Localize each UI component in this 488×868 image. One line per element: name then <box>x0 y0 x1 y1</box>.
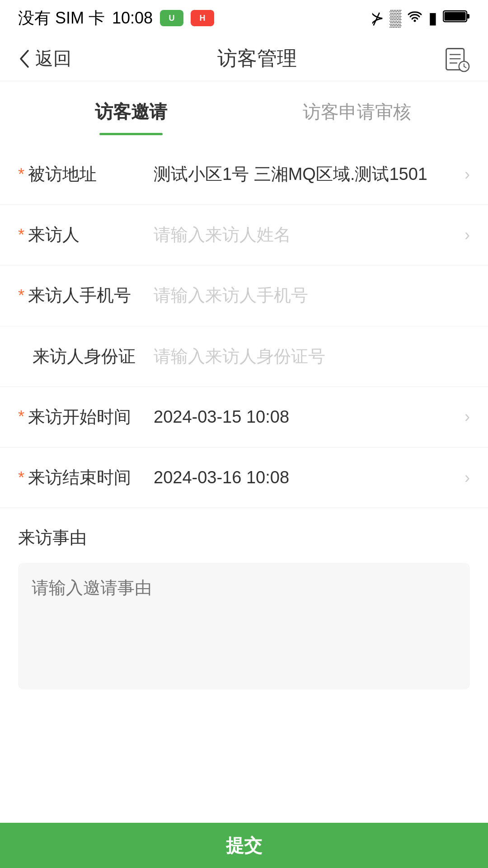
page-header: 返回 访客管理 <box>0 36 488 81</box>
reason-label: 来访事由 <box>18 526 470 549</box>
visitor-form: * 被访地址 测试小区1号 三湘MQ区域.测试1501 › * 来访人 请输入来… <box>0 144 488 700</box>
end-time-label: * 来访结束时间 <box>18 466 145 489</box>
required-star-name: * <box>18 226 24 245</box>
visitor-phone-row[interactable]: * 来访人手机号 请输入来访人手机号 <box>0 265 488 326</box>
start-time-value: 2024-03-15 10:08 <box>145 405 457 429</box>
visitor-name-chevron-icon: › <box>465 226 470 245</box>
visitor-record-icon[interactable] <box>443 45 470 72</box>
vibrate-icon: ▒ <box>389 9 401 28</box>
status-right: ⊁ ▒ ▮ <box>371 8 470 28</box>
time-text: 10:08 <box>112 9 153 28</box>
bluetooth-icon: ⊁ <box>371 9 384 28</box>
required-star-address: * <box>18 165 24 184</box>
reason-section: 来访事由 <box>0 508 488 700</box>
required-star-end: * <box>18 468 24 487</box>
tab-bar: 访客邀请 访客申请审核 <box>0 81 488 135</box>
visitor-phone-value: 请输入来访人手机号 <box>145 283 470 307</box>
svg-rect-3 <box>467 14 469 19</box>
visitor-id-row[interactable]: 来访人身份证 请输入来访人身份证号 <box>0 326 488 387</box>
start-time-chevron-icon: › <box>465 407 470 426</box>
address-chevron-icon: › <box>465 165 470 184</box>
end-time-row[interactable]: * 来访结束时间 2024-03-16 10:08 › <box>0 448 488 508</box>
tab-visitor-invite[interactable]: 访客邀请 <box>18 99 244 135</box>
status-bar: 没有 SIM 卡 10:08 U H ⊁ ▒ ▮ <box>0 0 488 36</box>
address-value: 测试小区1号 三湘MQ区域.测试1501 <box>145 162 457 186</box>
visitor-id-value: 请输入来访人身份证号 <box>145 344 470 368</box>
app-icon-red: H <box>191 10 214 26</box>
signal-icon: ▮ <box>428 9 437 28</box>
wifi-icon <box>407 8 423 28</box>
page-title: 访客管理 <box>217 45 297 72</box>
visitor-phone-label: * 来访人手机号 <box>18 284 145 307</box>
end-time-chevron-icon: › <box>465 468 470 487</box>
visitor-name-label: * 来访人 <box>18 223 145 246</box>
start-time-row[interactable]: * 来访开始时间 2024-03-15 10:08 › <box>0 387 488 448</box>
visitor-name-row[interactable]: * 来访人 请输入来访人姓名 › <box>0 205 488 265</box>
visitor-name-value: 请输入来访人姓名 <box>145 223 457 247</box>
back-button[interactable]: 返回 <box>18 46 71 71</box>
battery-icon <box>443 9 470 28</box>
submit-button[interactable]: 提交 <box>0 823 488 868</box>
address-row[interactable]: * 被访地址 测试小区1号 三湘MQ区域.测试1501 › <box>0 144 488 205</box>
reason-input[interactable] <box>18 563 470 689</box>
start-time-label: * 来访开始时间 <box>18 406 145 429</box>
carrier-text: 没有 SIM 卡 <box>18 7 105 29</box>
svg-rect-2 <box>445 12 466 21</box>
visitor-id-label: 来访人身份证 <box>18 345 145 368</box>
svg-point-0 <box>414 19 416 22</box>
required-star-phone: * <box>18 286 24 305</box>
end-time-value: 2024-03-16 10:08 <box>145 466 457 490</box>
app-icon-ubei: U <box>160 10 183 26</box>
tab-visitor-review[interactable]: 访客申请审核 <box>244 99 470 135</box>
back-label: 返回 <box>35 46 71 71</box>
status-left: 没有 SIM 卡 10:08 U H <box>18 7 214 29</box>
required-star-start: * <box>18 407 24 426</box>
address-label: * 被访地址 <box>18 163 145 186</box>
